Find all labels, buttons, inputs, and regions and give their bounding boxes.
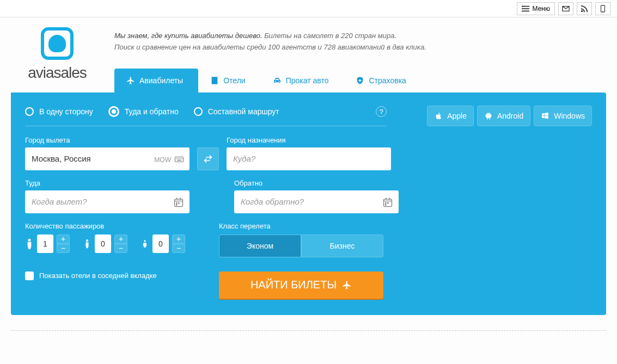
- svg-rect-3: [522, 5, 523, 7]
- rss-icon: [581, 5, 588, 13]
- child-icon: [83, 238, 91, 249]
- plane-icon: [342, 280, 352, 290]
- child-count: 0: [95, 235, 111, 253]
- class-business[interactable]: Бизнес: [301, 235, 383, 257]
- apple-button[interactable]: Apple: [427, 106, 474, 126]
- keyboard-icon[interactable]: [174, 155, 184, 164]
- tab-flights[interactable]: Авиабилеты: [114, 69, 198, 92]
- depart-label: Туда: [25, 179, 190, 187]
- svg-point-25: [28, 238, 31, 241]
- svg-rect-2: [522, 10, 529, 11]
- hero: Мы знаем, где купить авиабилеты дешево. …: [103, 27, 606, 92]
- radio-ring-icon: [25, 107, 34, 116]
- child-minus[interactable]: −: [114, 244, 127, 253]
- svg-rect-21: [389, 198, 390, 199]
- radio-round-trip-label: Туда и обратно: [125, 107, 179, 116]
- tab-insurance[interactable]: Страховка: [344, 69, 421, 92]
- adult-count: 1: [37, 235, 53, 253]
- svg-rect-11: [181, 158, 182, 159]
- calendar-icon[interactable]: [173, 197, 184, 208]
- svg-rect-24: [385, 204, 387, 206]
- origin-code: MOW: [154, 156, 171, 164]
- show-hotels-checkbox[interactable]: Показать отели в соседней вкладке: [25, 272, 190, 280]
- building-icon: [210, 76, 219, 85]
- return-input[interactable]: [234, 190, 399, 213]
- svg-rect-14: [176, 198, 178, 199]
- svg-rect-9: [178, 158, 179, 159]
- main-container: aviasales Мы знаем, где купить авиабилет…: [11, 27, 606, 331]
- calendar-icon[interactable]: [382, 197, 393, 208]
- search-button-label: НАЙТИ БИЛЕТЫ: [251, 279, 337, 291]
- class-economy[interactable]: Эконом: [219, 235, 301, 257]
- search-panel: В одну сторону Туда и обратно Составной …: [11, 92, 606, 315]
- depart-col: Туда: [25, 179, 190, 213]
- divider: [11, 330, 606, 331]
- logo[interactable]: aviasales: [11, 27, 103, 82]
- svg-point-4: [581, 10, 583, 12]
- radio-multi-city[interactable]: Составной маршрут: [194, 107, 279, 116]
- svg-rect-10: [180, 158, 181, 159]
- windows-button[interactable]: Windows: [534, 106, 592, 126]
- svg-rect-22: [385, 202, 387, 204]
- infant-stepper: 0 + −: [140, 235, 185, 253]
- search-form: Город вылета MOW Город назначения Туда: [25, 136, 417, 299]
- dest-label: Город назначения: [227, 136, 391, 144]
- infant-count: 0: [152, 235, 169, 253]
- show-hotels-label: Показать отели в соседней вкладке: [39, 272, 157, 280]
- shield-icon: [356, 76, 364, 85]
- svg-rect-7: [175, 157, 184, 162]
- passengers-col: Количество пассажиров 1 + − 0: [25, 222, 190, 299]
- adult-stepper: 1 + −: [25, 235, 70, 253]
- child-plus[interactable]: +: [114, 235, 127, 244]
- adult-minus[interactable]: −: [57, 244, 70, 253]
- tab-flights-label: Авиабилеты: [139, 76, 183, 85]
- mail-button[interactable]: [558, 2, 573, 15]
- svg-point-6: [602, 10, 603, 11]
- top-toolbar: Меню: [0, 0, 617, 17]
- android-label: Android: [497, 112, 523, 120]
- tab-hotels[interactable]: Отели: [198, 69, 260, 92]
- return-label: Обратно: [234, 179, 399, 187]
- rss-button[interactable]: [577, 2, 592, 15]
- menu-button[interactable]: Меню: [517, 2, 555, 15]
- svg-rect-8: [176, 158, 178, 159]
- menu-label: Меню: [533, 5, 550, 13]
- svg-rect-18: [176, 204, 178, 206]
- radio-one-way[interactable]: В одну сторону: [25, 107, 93, 116]
- swap-icon: [203, 154, 213, 164]
- tab-cars[interactable]: Прокат авто: [261, 69, 344, 92]
- class-label: Класс перелета: [219, 222, 383, 230]
- infant-minus[interactable]: −: [172, 244, 185, 253]
- mobile-icon: [599, 5, 607, 13]
- class-business-label: Бизнес: [330, 242, 355, 250]
- return-col: Обратно: [234, 179, 399, 213]
- car-icon: [273, 76, 282, 85]
- radio-one-way-label: В одну сторону: [39, 107, 93, 116]
- platform-buttons: Apple Android Windows: [427, 106, 592, 126]
- tab-cars-label: Прокат авто: [286, 76, 329, 85]
- radio-round-trip[interactable]: Туда и обратно: [108, 106, 179, 117]
- dest-col: Город назначения: [227, 136, 391, 170]
- checkbox-icon: [25, 272, 34, 280]
- mobile-button[interactable]: [595, 2, 610, 15]
- tab-hotels-label: Отели: [223, 76, 245, 85]
- adult-plus[interactable]: +: [57, 235, 70, 244]
- class-toggle: Эконом Бизнес: [219, 235, 383, 257]
- tagline: Мы знаем, где купить авиабилеты дешево. …: [114, 30, 606, 53]
- svg-rect-17: [178, 202, 180, 204]
- svg-rect-1: [522, 8, 529, 9]
- apple-label: Apple: [447, 112, 467, 120]
- svg-rect-20: [386, 198, 387, 199]
- radio-ring-icon: [194, 107, 203, 116]
- svg-rect-12: [177, 159, 181, 161]
- dest-input[interactable]: [227, 147, 391, 170]
- tab-insurance-label: Страховка: [369, 76, 406, 85]
- depart-input[interactable]: [25, 190, 190, 213]
- infant-plus[interactable]: +: [172, 235, 185, 244]
- swap-button[interactable]: [197, 147, 219, 170]
- svg-rect-15: [180, 198, 181, 199]
- android-button[interactable]: Android: [477, 106, 530, 126]
- search-button[interactable]: НАЙТИ БИЛЕТЫ: [219, 272, 383, 299]
- radio-multi-city-label: Составной маршрут: [208, 107, 279, 116]
- help-icon[interactable]: ?: [376, 106, 387, 117]
